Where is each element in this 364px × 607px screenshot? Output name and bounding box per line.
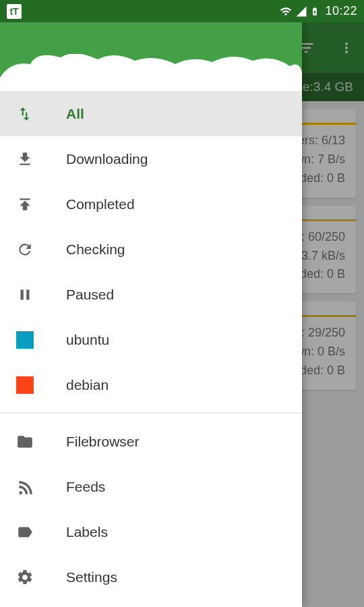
drawer-item-feeds[interactable]: Feeds [0,464,302,509]
refresh-icon [16,241,34,258]
drawer-item-filebrowser[interactable]: Filebrowser [0,419,302,464]
drawer-item-label-ubuntu[interactable]: ubuntu [0,317,302,362]
drawer-item-label: Filebrowser [66,434,140,450]
drawer-item-label: Checking [66,241,125,258]
drawer-header [0,22,302,87]
battery-charging-icon [310,5,320,18]
signal-icon [295,5,307,18]
drawer-item-labels[interactable]: Labels [0,509,302,554]
download-icon [16,150,34,168]
gear-icon [16,569,34,586]
pause-icon [16,286,34,304]
drawer-item-downloading[interactable]: Downloading [0,136,302,181]
drawer-item-label: debian [66,377,109,393]
drawer-item-label: Feeds [66,479,105,495]
upload-icon [16,196,34,213]
label-color-swatch [16,376,34,394]
transfer-icon [16,105,34,123]
drawer-item-checking[interactable]: Checking [0,227,302,272]
status-bar: tT 10:22 [0,0,364,22]
drawer-item-label-debian[interactable]: debian [0,362,302,407]
navigation-drawer: All Downloading Completed Checking Pause [0,22,302,607]
drawer-list: All Downloading Completed Checking Pause [0,87,302,607]
drawer-item-label: ubuntu [66,332,109,348]
drawer-item-label: Paused [66,287,114,303]
app-notification-icon: tT [7,4,22,19]
label-icon [16,523,34,541]
drawer-item-settings[interactable]: Settings [0,554,302,600]
status-time: 10:22 [325,4,357,18]
drawer-divider [0,413,302,413]
folder-icon [16,433,34,451]
wifi-icon [279,5,293,18]
rss-icon [16,478,34,496]
drawer-item-completed[interactable]: Completed [0,181,302,227]
drawer-item-label: All [66,106,84,122]
drawer-item-all[interactable]: All [0,91,302,136]
drawer-item-label: Labels [66,524,108,540]
drawer-item-label: Downloading [66,151,148,167]
drawer-item-label: Completed [66,196,135,212]
drawer-item-label: Settings [66,569,117,585]
label-color-swatch [16,331,34,349]
drawer-item-paused[interactable]: Paused [0,272,302,317]
cloud-decoration [0,54,302,88]
